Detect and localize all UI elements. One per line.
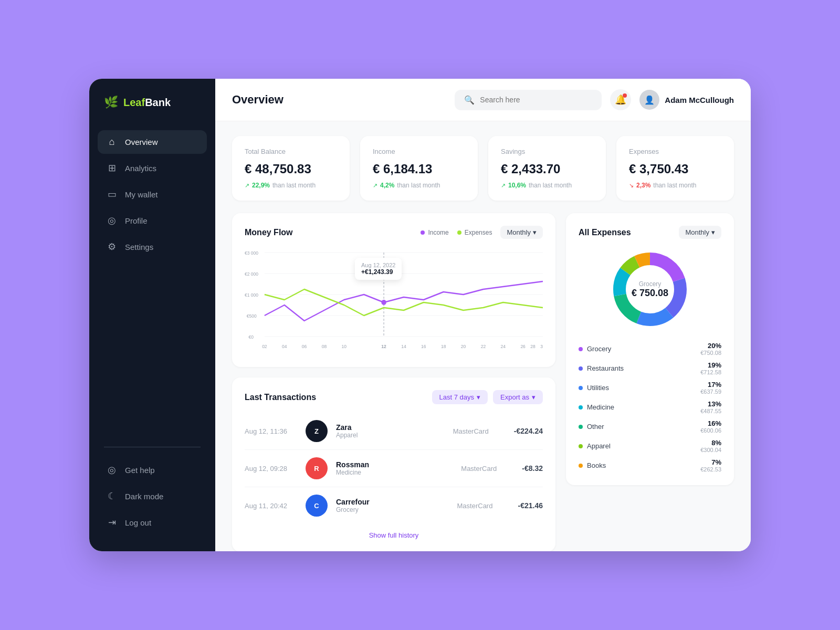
stat-label: Expenses <box>629 148 721 155</box>
svg-text:26: 26 <box>520 344 526 349</box>
expense-amt: €637.59 <box>700 388 721 395</box>
money-flow-period-selector[interactable]: Monthly ▾ <box>500 226 543 239</box>
tx-date: Aug 12, 09:28 <box>245 465 297 472</box>
change-pct: 4,2% <box>380 182 394 189</box>
expense-amt: €750.08 <box>700 350 721 356</box>
change-label: than last month <box>272 182 316 189</box>
export-button[interactable]: Export as ▾ <box>493 390 543 404</box>
expense-amounts: 7% €262.53 <box>700 458 721 472</box>
sidebar-item-overview[interactable]: ⌂ Overview <box>98 130 207 154</box>
expense-amounts: 17% €637.59 <box>700 381 721 395</box>
sidebar-item-label: Get help <box>125 466 155 475</box>
list-item: Grocery 20% €750.08 <box>579 342 721 356</box>
search-input[interactable] <box>480 96 592 104</box>
tx-method: MasterCard <box>461 465 513 472</box>
moon-icon: ☾ <box>106 490 118 502</box>
stat-label: Savings <box>501 148 593 155</box>
stat-change: ↘ 2,3% than last month <box>629 182 721 189</box>
chevron-down-icon: ▾ <box>711 228 715 236</box>
period-label: Monthly <box>507 228 531 236</box>
content: Total Balance € 48,750.83 ↗ 22,9% than l… <box>215 121 751 551</box>
expense-category: Restaurants <box>579 364 624 372</box>
expense-pct: 16% <box>700 419 721 427</box>
search-bar[interactable]: 🔍 <box>455 90 602 110</box>
svg-text:16: 16 <box>421 344 426 349</box>
stat-label: Income <box>373 148 465 155</box>
logo-text: LeafBank <box>123 97 171 109</box>
tx-amount: -€21.46 <box>518 501 543 510</box>
export-label: Export as <box>500 393 529 401</box>
change-pct: 22,9% <box>252 182 270 189</box>
table-row: Aug 12, 09:28 R Rossman Medicine MasterC… <box>245 450 543 487</box>
main-content: Overview 🔍 🔔 👤 Adam McCullough <box>215 79 751 551</box>
sidebar-item-help[interactable]: ◎ Get help <box>98 458 207 482</box>
date-filter-label: Last 7 days <box>439 393 475 401</box>
expense-pct: 13% <box>700 400 721 408</box>
sidebar-item-wallet[interactable]: ▭ My wallet <box>98 182 207 206</box>
topbar-right: 🔍 🔔 👤 Adam McCullough <box>455 89 734 110</box>
transactions-list: Aug 12, 11:36 Z Zara Apparel MasterCard … <box>245 413 543 524</box>
left-col: Money Flow Income Expenses <box>232 213 555 551</box>
stat-cards: Total Balance € 48,750.83 ↗ 22,9% than l… <box>232 136 734 201</box>
show-history-link[interactable]: Show full history <box>245 524 543 539</box>
bottom-row: Money Flow Income Expenses <box>232 213 734 551</box>
merchant-name: Carrefour <box>336 498 449 506</box>
expense-amounts: 19% €712.58 <box>700 361 721 375</box>
donut-value: € 750.08 <box>632 288 668 299</box>
sidebar-item-label: Settings <box>125 243 153 251</box>
expense-pct: 20% <box>700 342 721 350</box>
sidebar-item-analytics[interactable]: ⊞ Analytics <box>98 156 207 180</box>
category-name: Utilities <box>587 384 609 392</box>
logout-icon: ⇥ <box>106 517 118 528</box>
arrow-icon: ↗ <box>373 182 377 189</box>
date-filter-button[interactable]: Last 7 days ▾ <box>432 390 488 404</box>
change-label: than last month <box>529 182 572 189</box>
expense-category: Grocery <box>579 345 611 353</box>
svg-text:12: 12 <box>381 344 386 349</box>
money-flow-title: Money Flow <box>245 228 293 237</box>
table-row: Aug 12, 11:36 Z Zara Apparel MasterCard … <box>245 413 543 450</box>
expense-category: Other <box>579 423 604 430</box>
category-name: Grocery <box>587 345 611 353</box>
category-dot <box>579 405 583 410</box>
donut-chart: Grocery € 750.08 <box>579 247 721 331</box>
legend-expenses: Expenses <box>457 229 492 236</box>
chart-tooltip: Aug 12, 2022 +€1,243.39 <box>355 258 402 280</box>
right-col: All Expenses Monthly ▾ <box>566 213 734 551</box>
notification-dot <box>623 93 627 98</box>
tx-info: Rossman Medicine <box>336 460 453 476</box>
category-name: Restaurants <box>587 364 624 372</box>
stat-label: Total Balance <box>245 148 337 155</box>
expenses-period-selector[interactable]: Monthly ▾ <box>679 226 721 239</box>
svg-text:08: 08 <box>322 344 327 349</box>
merchant-logo: Z <box>306 420 328 442</box>
tx-category: Medicine <box>336 469 453 476</box>
tx-info: Carrefour Grocery <box>336 498 449 513</box>
category-dot <box>579 425 583 429</box>
sidebar-item-darkmode[interactable]: ☾ Dark mode <box>98 484 207 508</box>
user-profile[interactable]: 👤 Adam McCullough <box>639 90 734 110</box>
sidebar-item-logout[interactable]: ⇥ Log out <box>98 510 207 534</box>
change-label: than last month <box>397 182 440 189</box>
sidebar: 🌿 LeafBank ⌂ Overview ⊞ Analytics ▭ My w… <box>89 79 215 551</box>
expense-list: Grocery 20% €750.08 Restauran <box>579 342 721 472</box>
svg-text:22: 22 <box>481 344 486 349</box>
transactions-header: Last Transactions Last 7 days ▾ Export a… <box>245 390 543 404</box>
svg-text:€3 000: €3 000 <box>245 250 258 256</box>
category-name: Medicine <box>587 403 614 411</box>
transactions-card: Last Transactions Last 7 days ▾ Export a… <box>232 377 555 551</box>
sidebar-item-settings[interactable]: ⚙ Settings <box>98 235 207 259</box>
tx-amount: -€224.24 <box>514 427 543 435</box>
income-dot <box>421 230 425 235</box>
svg-text:04: 04 <box>282 344 287 349</box>
profile-icon: ◎ <box>106 215 118 226</box>
expense-amt: €712.58 <box>700 369 721 375</box>
tx-date: Aug 11, 20:42 <box>245 502 297 510</box>
avatar: 👤 <box>639 90 659 110</box>
filter-row: Last 7 days ▾ Export as ▾ <box>432 390 543 404</box>
tx-info: Zara Apparel <box>336 423 445 439</box>
sidebar-item-profile[interactable]: ◎ Profile <box>98 208 207 233</box>
expense-amounts: 16% €600.06 <box>700 419 721 434</box>
category-dot <box>579 347 583 351</box>
notification-button[interactable]: 🔔 <box>610 89 631 110</box>
